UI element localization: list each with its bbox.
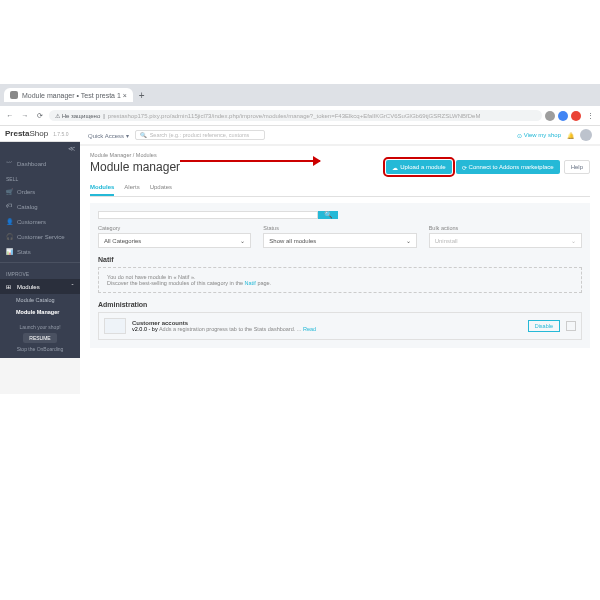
extension-icon[interactable] <box>545 111 555 121</box>
chevron-down-icon: ⌄ <box>571 237 576 244</box>
quick-access-menu[interactable]: Quick Access ▾ <box>88 132 129 139</box>
sidebar-item-modules[interactable]: ⊞Modules˄ <box>0 279 80 294</box>
bulk-select[interactable]: Uninstall⌄ <box>429 233 582 248</box>
sidebar-section-improve: IMPROVE <box>0 266 80 279</box>
version-text: 1.7.5.0 <box>53 131 68 137</box>
connect-addons-button[interactable]: ⟳Connect to Addons marketplace <box>456 160 560 174</box>
orders-icon: 🛒 <box>6 188 13 195</box>
browser-tab-bar: Module manager • Test presta 1 × + <box>0 84 600 106</box>
chevron-down-icon: ⌄ <box>406 237 411 244</box>
sidebar-item-customers[interactable]: 👤Customers <box>0 214 80 229</box>
new-tab-button[interactable]: + <box>133 90 151 101</box>
section-admin-title: Administration <box>98 301 582 308</box>
sidebar-item-stats[interactable]: 📊Stats <box>0 244 80 259</box>
app-frame: PrestaShop 1.7.5.0 ≪ 〰Dashboard SELL 🛒Or… <box>0 126 600 394</box>
sidebar-sub-manager[interactable]: Module Manager <box>0 306 80 318</box>
page-title: Module manager <box>90 160 180 174</box>
dashboard-icon: 〰 <box>6 160 13 167</box>
upload-module-button[interactable]: ☁Upload a module <box>386 160 451 174</box>
modules-icon: ⊞ <box>6 283 13 290</box>
disable-button[interactable]: Disable <box>528 320 560 332</box>
module-icon <box>104 318 126 334</box>
link-icon: ⟳ <box>462 164 467 171</box>
tab-updates[interactable]: Updates <box>150 180 172 196</box>
reload-icon[interactable]: ⟳ <box>34 110 46 122</box>
back-icon[interactable]: ← <box>4 110 16 122</box>
natif-link[interactable]: Natif <box>245 280 256 286</box>
tab-alerts[interactable]: Alerts <box>124 180 139 196</box>
stats-icon: 📊 <box>6 248 13 255</box>
category-label: Category <box>98 225 251 231</box>
insecure-icon: ⚠ Не защищено <box>55 112 100 119</box>
help-button[interactable]: Help <box>564 160 590 174</box>
read-more-link[interactable]: Read <box>303 326 316 332</box>
browser-toolbar: ← → ⟳ ⚠ Не защищено | prestashop175.pixy… <box>0 106 600 126</box>
module-search-button[interactable]: 🔍 <box>318 211 338 219</box>
forward-icon[interactable]: → <box>19 110 31 122</box>
status-label: Status <box>263 225 416 231</box>
chevron-down-icon: ⌄ <box>240 237 245 244</box>
eye-icon: ⊙ <box>517 132 522 139</box>
module-tabs: Modules Alerts Updates <box>90 180 590 197</box>
address-bar[interactable]: ⚠ Не защищено | prestashop175.pixy.pro/a… <box>49 110 542 121</box>
main-content: Quick Access ▾ 🔍 Search (e.g.: product r… <box>80 126 600 394</box>
cloud-upload-icon: ☁ <box>392 164 398 171</box>
url-text: prestashop175.pixy.pro/admin115jicl73/in… <box>108 113 481 119</box>
sidebar-item-dashboard[interactable]: 〰Dashboard <box>0 156 80 171</box>
natif-empty-box: You do not have module in « Natif ». Dis… <box>98 267 582 293</box>
onboarding-box: Launch your shop! RESUME Stop the OnBoar… <box>0 318 80 358</box>
view-shop-link[interactable]: ⊙View my shop <box>517 132 561 139</box>
category-select[interactable]: All Categories⌄ <box>98 233 251 248</box>
search-icon: 🔍 <box>140 132 147 138</box>
collapse-icon[interactable]: ≪ <box>68 145 75 152</box>
browser-tab[interactable]: Module manager • Test presta 1 × <box>4 88 133 102</box>
tab-modules[interactable]: Modules <box>90 180 114 196</box>
module-checkbox[interactable] <box>566 321 576 331</box>
sidebar-section-sell: SELL <box>0 171 80 184</box>
global-search[interactable]: 🔍 Search (e.g.: product reference, custo… <box>135 130 265 140</box>
section-natif-title: Natif <box>98 256 582 263</box>
chevron-up-icon: ˄ <box>71 283 74 290</box>
logo-text: PrestaShop <box>5 129 48 138</box>
sidebar-item-orders[interactable]: 🛒Orders <box>0 184 80 199</box>
sidebar-item-customer-service[interactable]: 🎧Customer Service <box>0 229 80 244</box>
customers-icon: 👤 <box>6 218 13 225</box>
extension-icon[interactable] <box>571 111 581 121</box>
search-icon: 🔍 <box>324 211 333 219</box>
filter-panel: 🔍 Category All Categories⌄ Status Show a… <box>90 203 590 348</box>
service-icon: 🎧 <box>6 233 13 240</box>
sidebar-sub-catalog[interactable]: Module Catalog <box>0 294 80 306</box>
sidebar-item-catalog[interactable]: 🏷Catalog <box>0 199 80 214</box>
status-select[interactable]: Show all modules⌄ <box>263 233 416 248</box>
tab-favicon-icon <box>10 91 18 99</box>
bulk-label: Bulk actions <box>429 225 582 231</box>
module-row: Customer accounts v2.0.0 - by Adds a reg… <box>98 312 582 340</box>
notifications-icon[interactable]: 🔔 <box>567 132 574 139</box>
annotation-arrow <box>180 160 320 162</box>
module-search-input[interactable] <box>98 211 318 219</box>
sidebar: ≪ 〰Dashboard SELL 🛒Orders 🏷Catalog 👤Cust… <box>0 142 80 358</box>
extension-icon[interactable] <box>558 111 568 121</box>
logo: PrestaShop 1.7.5.0 <box>0 126 80 142</box>
breadcrumb: Module Manager / Modules <box>90 152 590 158</box>
menu-icon[interactable]: ⋮ <box>584 110 596 122</box>
topbar: Quick Access ▾ 🔍 Search (e.g.: product r… <box>80 126 600 146</box>
avatar[interactable] <box>580 129 592 141</box>
tab-title: Module manager • Test presta 1 × <box>22 92 127 99</box>
stop-onboarding-link[interactable]: Stop the OnBoarding <box>6 346 74 352</box>
catalog-icon: 🏷 <box>6 203 13 210</box>
resume-button[interactable]: RESUME <box>23 333 56 343</box>
